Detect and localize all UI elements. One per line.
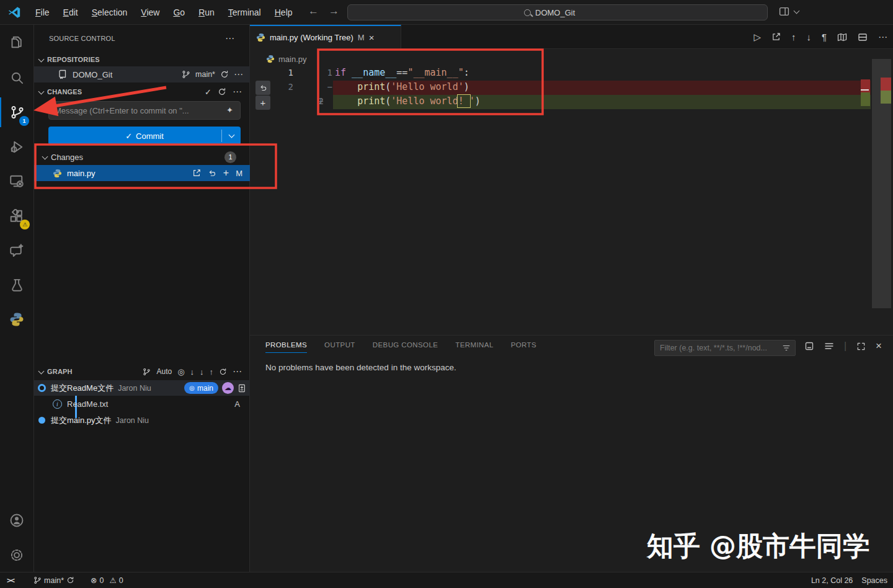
menu-edit[interactable]: Edit [56, 5, 85, 20]
view-as-list-icon[interactable] [824, 341, 834, 351]
discard-changes-icon[interactable] [208, 169, 216, 177]
indentation-item[interactable]: Spaces [857, 576, 892, 585]
branch-icon [182, 70, 190, 79]
next-change-icon[interactable]: ↓ [806, 32, 811, 42]
previous-change-icon[interactable]: ↑ [791, 32, 796, 42]
map-icon[interactable] [837, 32, 847, 42]
graph-more-actions-icon[interactable]: ⋯ [233, 366, 242, 377]
explorer-icon[interactable] [0, 27, 33, 57]
chat-icon[interactable] [0, 236, 33, 265]
pull-icon[interactable]: ↓ [200, 367, 204, 376]
search-input[interactable] [535, 8, 591, 17]
sync-icon [66, 576, 74, 584]
python-view-icon[interactable] [0, 305, 33, 334]
testing-icon[interactable] [0, 270, 33, 300]
changes-group-header[interactable]: Changes 1 [34, 149, 250, 164]
changed-file-row[interactable]: main.py + M [34, 165, 250, 181]
remote-explorer-icon[interactable] [0, 166, 33, 196]
cursor-position-item[interactable]: Ln 2, Col 26 [807, 576, 857, 585]
panel-view-icon[interactable] [804, 341, 814, 351]
stage-changes-icon[interactable]: + [223, 167, 229, 179]
changes-header[interactable]: CHANGES ✓ ⋯ [34, 85, 250, 99]
tab-ports[interactable]: PORTS [511, 341, 536, 353]
line-number-old: 1 [275, 68, 293, 78]
sync-icon[interactable] [220, 70, 229, 79]
commit-check-icon[interactable]: ✓ [205, 87, 211, 97]
filter-icon [782, 344, 791, 352]
file-diff-icon[interactable] [238, 384, 246, 393]
refresh-icon[interactable] [219, 368, 227, 376]
chevron-down-icon [38, 56, 45, 62]
split-editor-icon[interactable] [858, 32, 868, 42]
target-icon[interactable]: ◎ [177, 367, 184, 376]
branch-icon[interactable] [143, 368, 151, 376]
menu-go[interactable]: Go [166, 5, 192, 20]
extensions-icon[interactable]: ⚠ [0, 202, 33, 231]
refresh-icon[interactable] [218, 87, 226, 96]
customize-layout-icon[interactable] [779, 6, 789, 17]
fetch-icon[interactable]: ↓ [190, 367, 195, 376]
commit-message-input[interactable] [48, 101, 241, 120]
chevron-down-icon [38, 88, 45, 94]
breadcrumb[interactable]: main.py [266, 52, 307, 66]
scm-more-actions-icon[interactable]: ⋯ [225, 33, 235, 44]
search-view-icon[interactable] [0, 63, 33, 92]
menu-help[interactable]: Help [268, 5, 300, 20]
maximize-panel-icon[interactable] [856, 342, 866, 351]
changes-more-actions-icon[interactable]: ⋯ [233, 86, 242, 97]
code-line-3-added[interactable]: 2 + print('Hello world! ') [250, 95, 893, 109]
layout-dropdown-chevron-icon[interactable] [794, 7, 800, 14]
branch-status-item[interactable]: main* [29, 572, 79, 588]
commit-dropdown-chevron-icon[interactable] [229, 132, 235, 138]
filter-input[interactable] [655, 344, 782, 352]
problems-status-item[interactable]: ⊗0 ⚠0 [86, 572, 128, 588]
menu-run[interactable]: Run [192, 5, 221, 20]
open-changes-icon[interactable] [771, 32, 781, 42]
graph-auto-label[interactable]: Auto [156, 367, 172, 376]
tab-close-icon[interactable]: × [369, 32, 375, 43]
tab-main-py[interactable]: main.py (Working Tree) M × [250, 25, 401, 49]
accounts-icon[interactable] [0, 506, 33, 535]
overview-cursor-mark [861, 89, 869, 91]
whitespace-icon[interactable]: ¶ [822, 32, 827, 42]
repositories-header[interactable]: REPOSITORIES [34, 53, 250, 66]
tab-problems[interactable]: PROBLEMS [265, 341, 307, 353]
tab-debug-console[interactable]: DEBUG CONSOLE [373, 341, 438, 353]
push-icon[interactable]: ↑ [210, 367, 214, 376]
sparkle-icon[interactable]: ✦ [226, 105, 233, 115]
remote-indicator-icon[interactable]: >< [2, 572, 18, 588]
repo-branch-label[interactable]: main* [195, 70, 215, 79]
menu-selection[interactable]: Selection [85, 5, 135, 20]
stage-block-icon[interactable]: + [255, 96, 270, 110]
settings-gear-icon[interactable] [0, 540, 33, 570]
run-python-file-icon[interactable]: ▷ [753, 32, 761, 43]
commit-node-icon [38, 384, 46, 392]
menu-view[interactable]: View [134, 5, 166, 20]
go-back-icon[interactable]: ← [308, 5, 319, 17]
run-debug-icon[interactable] [0, 132, 33, 162]
revert-block-icon[interactable] [255, 81, 270, 95]
tab-terminal[interactable]: TERMINAL [455, 341, 493, 353]
open-file-icon[interactable] [192, 169, 201, 177]
menu-bar: File Edit Selection View Go Run Terminal… [29, 0, 300, 25]
close-panel-icon[interactable]: × [876, 340, 882, 352]
commit-button[interactable]: ✓ Commit [48, 127, 241, 145]
go-forward-icon[interactable]: → [329, 5, 339, 17]
graph-commit-row[interactable]: 提交main.py文件 Jaron Niu [34, 412, 250, 428]
code-line-2-deleted[interactable]: 2 − print('Hello world') [250, 81, 893, 95]
python-file-icon [53, 169, 62, 178]
graph-commit-row[interactable]: 提交ReadMe文件 Jaron Niu ◎main ☁ [34, 380, 250, 396]
source-control-view-icon[interactable]: 1 [0, 97, 33, 127]
menu-file[interactable]: File [29, 5, 56, 20]
command-center-search[interactable] [347, 4, 768, 20]
menu-terminal[interactable]: Terminal [221, 5, 268, 20]
graph-header[interactable]: GRAPH Auto ◎ ↓ ↓ ↑ ⋯ [34, 365, 250, 378]
problems-filter[interactable] [654, 340, 796, 356]
repository-row[interactable]: DOMO_Git main* ⋯ [34, 66, 250, 82]
repo-icon [58, 69, 68, 79]
repo-more-actions-icon[interactable]: ⋯ [234, 69, 244, 80]
graph-commit-file-row[interactable]: i ReadMe.txt A [34, 396, 250, 412]
tab-output[interactable]: OUTPUT [324, 341, 355, 353]
editor-more-actions-icon[interactable]: ⋯ [878, 32, 888, 43]
code-line-1[interactable]: 1 1 if __name__=="__main__": [250, 66, 893, 81]
